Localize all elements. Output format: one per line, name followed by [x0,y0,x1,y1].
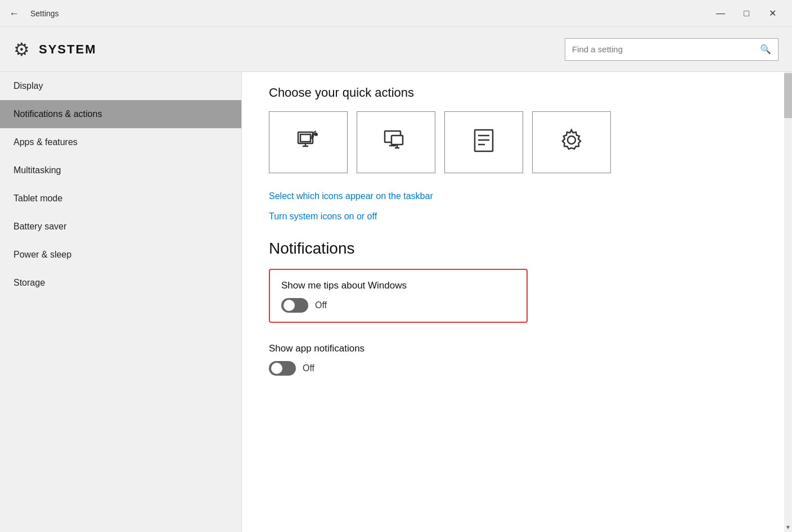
sidebar-item-label: Apps & features [14,137,78,147]
maximize-button[interactable]: □ [734,4,759,22]
header: ⚙ SYSTEM 🔍 [0,27,792,72]
svg-point-15 [568,136,575,144]
quick-action-tile-2[interactable] [357,111,435,173]
search-icon: 🔍 [760,44,771,55]
sidebar-item-label: Power & sleep [14,250,71,260]
quick-action-tile-3[interactable] [444,111,523,173]
system-icon: ⚙ [14,39,30,60]
sidebar: Display Notifications & actions Apps & f… [0,72,242,532]
tips-toggle-knob [284,300,295,311]
app-notifications-row: Off [269,361,765,376]
content-inner: Choose your quick actions [242,72,792,394]
tips-label: Show me tips about Windows [281,280,515,291]
back-button[interactable]: ← [7,6,21,21]
sidebar-item-apps-features[interactable]: Apps & features [0,128,241,156]
settings-gear-icon [558,127,585,159]
sidebar-item-battery-saver[interactable]: Battery saver [0,213,241,241]
app-notifications-toggle[interactable] [269,361,296,376]
tips-toggle-switch[interactable] [281,298,308,313]
quick-action-tile-1[interactable] [269,111,348,173]
sidebar-item-multitasking[interactable]: Multitasking [0,156,241,184]
sidebar-item-storage[interactable]: Storage [0,269,241,297]
titlebar-title: Settings [30,9,708,18]
minimize-button[interactable]: — [708,4,734,22]
display-project-icon [382,127,410,159]
tips-toggle-row: Off [281,298,515,313]
window-controls: — □ ✕ [708,4,785,22]
sidebar-item-display[interactable]: Display [0,72,241,100]
sidebar-item-label: Notifications & actions [14,109,102,119]
quick-actions-heading: Choose your quick actions [269,85,765,100]
quick-action-tile-4[interactable] [532,111,611,173]
scrollbar-track: ▲ ▼ [784,72,792,532]
sidebar-item-label: Battery saver [14,222,66,232]
sidebar-item-label: Tablet mode [14,193,62,204]
notifications-heading: Notifications [269,240,765,258]
app-notifications-section: Show app notifications Off [269,343,765,376]
svg-rect-8 [392,136,403,145]
scroll-down-button[interactable]: ▼ [784,522,792,532]
search-box: 🔍 [565,38,778,61]
sidebar-item-notifications[interactable]: Notifications & actions [0,100,241,128]
sidebar-item-tablet-mode[interactable]: Tablet mode [0,184,241,213]
system-icons-link[interactable]: Turn system icons on or off [269,211,765,222]
quick-actions-grid [269,111,765,173]
tips-toggle-box: Show me tips about Windows Off [269,269,528,323]
sidebar-item-label: Display [14,81,43,91]
close-button[interactable]: ✕ [759,4,785,22]
connect-icon [295,127,322,159]
main-area: Display Notifications & actions Apps & f… [0,72,792,532]
svg-rect-1 [300,134,310,142]
search-input[interactable] [572,44,760,54]
app-notifications-label: Show app notifications [269,343,765,354]
action-center-icon [470,127,497,159]
app-notifications-knob [271,363,282,374]
taskbar-icons-link[interactable]: Select which icons appear on the taskbar [269,191,765,201]
page-title: SYSTEM [39,42,565,57]
sidebar-item-power-sleep[interactable]: Power & sleep [0,241,241,269]
titlebar: ← Settings — □ ✕ [0,0,792,27]
content-area: Choose your quick actions [242,72,792,532]
sidebar-item-label: Multitasking [14,165,61,175]
scrollbar-thumb[interactable] [784,73,792,118]
tips-toggle-status: Off [315,300,327,310]
app-notifications-status: Off [303,363,314,373]
sidebar-item-label: Storage [14,278,45,288]
